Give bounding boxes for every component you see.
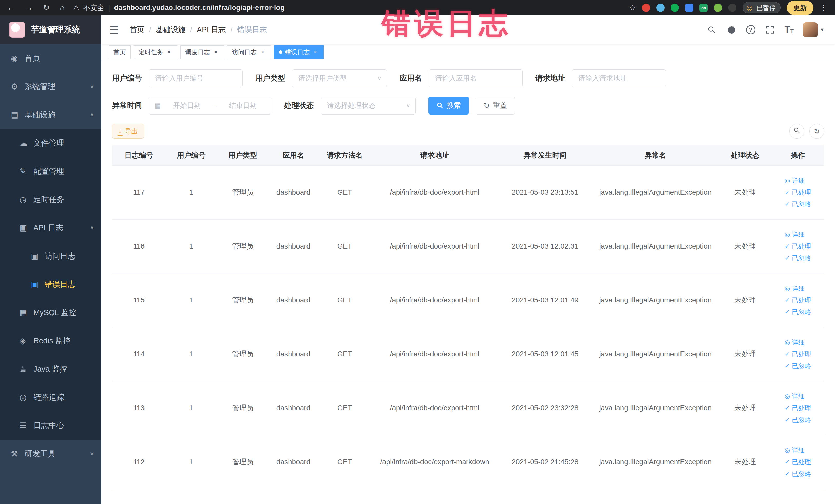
sidebar-item-api-logs[interactable]: ▣ API 日志 ∧ [0,214,101,242]
tab-home[interactable]: 首页 [108,45,131,59]
close-icon[interactable]: × [166,49,172,56]
close-icon[interactable]: × [312,49,319,56]
extension-icon[interactable] [728,4,736,12]
mark-ignored-link[interactable]: ✓已忽略 [785,306,811,318]
sidebar-item-access-log[interactable]: ▣ 访问日志 [0,242,101,270]
mark-ignored-link[interactable]: ✓已忽略 [785,468,811,480]
fullscreen-icon[interactable] [765,24,775,35]
font-size-icon[interactable]: TT [785,25,794,35]
breadcrumb-infrastructure[interactable]: 基础设施 [156,25,186,35]
sidebar-item-file-management[interactable]: ☁ 文件管理 [0,129,101,157]
detail-link[interactable]: ◎详细 [785,390,811,402]
eye-icon: ◎ [785,231,790,238]
bookmark-star-icon[interactable]: ☆ [629,4,636,12]
sidebar-item-config-management[interactable]: ✎ 配置管理 [0,157,101,185]
breadcrumb-error-log: 错误日志 [237,25,267,35]
user-type-select[interactable]: 请选择用户类型 ∨ [292,69,387,87]
sidebar-item-error-log[interactable]: ▣ 错误日志 [0,270,101,298]
request-url-input[interactable] [572,69,666,87]
close-icon[interactable]: × [259,49,266,56]
sidebar-item-mysql-monitor[interactable]: ▦ MySQL 监控 [0,298,101,327]
filter-request-url: 请求地址 [535,69,666,87]
mark-processed-link[interactable]: ✓已处理 [785,186,811,198]
address-bar[interactable]: ⚠ 不安全 | dashboard.yudao.iocoder.cn/infra… [73,3,285,12]
refresh-table-button[interactable]: ↻ [809,124,824,139]
sidebar-item-scheduled-tasks[interactable]: ◷ 定时任务 [0,185,101,214]
mark-processed-link[interactable]: ✓已处理 [785,402,811,414]
mark-processed-link[interactable]: ✓已处理 [785,240,811,252]
sidebar-item-system-management[interactable]: ⚙ 系统管理 ∨ [0,73,101,101]
extension-icon[interactable] [685,4,693,12]
eye-icon: ◎ [785,394,790,399]
mark-processed-link[interactable]: ✓已处理 [785,294,811,306]
export-button[interactable]: ↓ 导出 [112,124,144,139]
sidebar-item-tracing[interactable]: ◎ 链路追踪 [0,383,101,411]
chrome-update-button[interactable]: 更新 [787,1,813,15]
cell-status: 未处理 [719,435,771,489]
mark-ignored-link[interactable]: ✓已忽略 [785,360,811,372]
col-status: 处理状态 [719,145,771,165]
extension-icon[interactable] [714,4,722,12]
tab-scheduled-tasks[interactable]: 定时任务 × [134,45,177,59]
extension-icon[interactable] [642,4,650,12]
redis-icon: ◈ [20,336,33,346]
sidebar-logo[interactable]: 芋道管理系统 [0,15,101,44]
eye-icon: ◎ [785,178,790,184]
sidebar-item-infrastructure[interactable]: ▤ 基础设施 ∧ [0,101,101,129]
extension-on-icon[interactable]: on [699,4,708,12]
user-id-input[interactable] [149,69,243,87]
reset-button[interactable]: ↻ 重置 [476,97,515,115]
app-name-input[interactable] [429,69,523,87]
detail-link[interactable]: ◎详细 [785,282,811,294]
extension-icon[interactable] [656,4,665,12]
mark-ignored-link[interactable]: ✓已忽略 [785,252,811,264]
tab-schedule-log[interactable]: 调度日志 × [180,45,224,59]
close-icon[interactable]: × [212,49,219,56]
not-secure-warning-icon: ⚠ [73,4,79,12]
mark-processed-link[interactable]: ✓已处理 [785,456,811,468]
forward-icon[interactable]: → [25,4,33,12]
sidebar-item-dev-tools[interactable]: ⚒ 研发工具 ∨ [0,440,101,468]
help-icon[interactable]: ? [746,25,755,35]
detail-link[interactable]: ◎详细 [785,444,811,456]
tab-access-log[interactable]: 访问日志 × [227,45,271,59]
detail-link[interactable]: ◎详细 [785,175,811,186]
check-icon: ✓ [785,405,790,411]
filter-user-type: 用户类型 请选择用户类型 ∨ [256,69,387,87]
github-icon[interactable] [726,24,737,35]
home-icon[interactable]: ⌂ [60,4,64,12]
hamburger-icon[interactable]: ☰ [109,24,119,36]
filter-process-status: 处理状态 请选择处理状态 ∨ [284,97,415,115]
mark-ignored-link[interactable]: ✓已忽略 [785,414,811,426]
chevron-down-icon: ∨ [406,103,410,108]
extension-icon[interactable] [671,4,679,12]
search-button[interactable]: 搜索 [428,97,469,115]
cell-exception-name: java.lang.IllegalArgumentException [592,435,719,489]
detail-link[interactable]: ◎详细 [785,336,811,348]
chrome-menu-icon[interactable]: ⋮ [820,4,828,12]
breadcrumb-home[interactable]: 首页 [130,25,144,35]
sidebar-item-log-center[interactable]: ☰ 日志中心 [0,411,101,440]
user-avatar-menu[interactable]: ▾ [803,22,824,37]
profile-paused-badge[interactable]: ☺ 已暂停 [742,2,780,13]
toggle-search-button[interactable] [789,124,804,139]
chevron-down-icon: ∨ [89,451,94,457]
sidebar-item-java-monitor[interactable]: ☕ Java 监控 [0,355,101,383]
date-range-picker[interactable]: ▦ 开始日期 – 结束日期 [149,97,271,115]
tab-error-log[interactable]: 错误日志 × [274,45,324,59]
check-icon: ✓ [785,351,790,357]
col-app-name: 应用名 [269,145,318,165]
reload-icon[interactable]: ↻ [43,4,49,12]
breadcrumb-api-logs[interactable]: API 日志 [197,25,226,35]
mark-ignored-link[interactable]: ✓已忽略 [785,198,811,210]
sidebar-item-home[interactable]: ◉ 首页 [0,44,101,73]
back-icon[interactable]: ← [7,4,15,12]
mark-processed-link[interactable]: ✓已处理 [785,348,811,360]
search-icon[interactable] [706,24,717,35]
process-status-select[interactable]: 请选择处理状态 ∨ [321,97,415,115]
detail-link[interactable]: ◎详细 [785,228,811,240]
sidebar-item-redis-monitor[interactable]: ◈ Redis 监控 [0,327,101,355]
logo-rabbit-image [9,22,25,38]
cell-status: 未处理 [719,327,771,381]
cell-user-type: 管理员 [217,381,269,435]
